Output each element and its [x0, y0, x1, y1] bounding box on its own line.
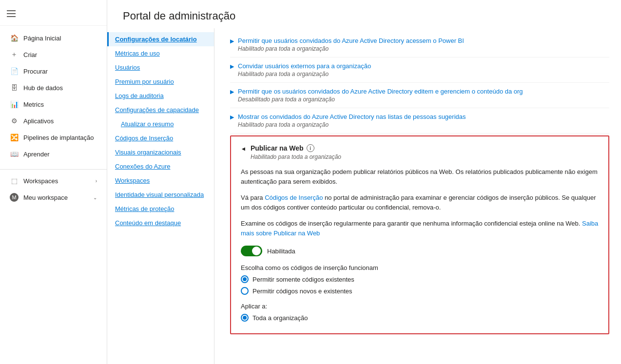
sub-nav-item-users[interactable]: Usuários: [107, 60, 214, 75]
setting-row-show-guest: ▶ Mostrar os convidados do Azure Active …: [230, 108, 609, 134]
publish-web-title: Publicar na Web: [251, 144, 304, 152]
publish-web-subtitle: Habilitado para toda a organização: [251, 153, 341, 160]
page-title: Portal de administração: [123, 10, 605, 22]
sub-nav: Configurações de locatárioMétricas de us…: [107, 28, 214, 364]
workspaces-icon: ⬚: [10, 176, 19, 185]
sub-nav-item-usage-metrics[interactable]: Métricas de uso: [107, 46, 214, 60]
learn-icon: 📖: [10, 150, 19, 158]
my-workspace-icon: M: [10, 193, 19, 202]
publish-web-section: ▼ Publicar na Web i Habilitado para toda…: [230, 135, 609, 334]
enabled-toggle[interactable]: [241, 246, 262, 256]
sub-nav-item-tenant-settings[interactable]: Configurações de locatário: [107, 32, 214, 46]
embed-codes-radio-section: Escolha como os códigos de inserção func…: [241, 264, 599, 295]
sub-nav-item-embed-codes[interactable]: Códigos de Inserção: [107, 131, 214, 145]
publish-web-desc3: Examine os códigos de inserção regularme…: [241, 219, 599, 238]
sub-nav-item-premium-per-user[interactable]: Premium por usuário: [107, 75, 214, 89]
radio-label-whole-org: Toda a organização: [252, 314, 308, 322]
setting-row-allow-guest-edit: ▶ Permitir que os usuários convidados do…: [230, 83, 609, 108]
apply-section: Aplicar a: Toda a organização: [241, 303, 599, 322]
sidebar-item-my-workspace[interactable]: M Meu workspace ⌄: [2, 189, 105, 206]
setting-subtitle-invite-external: Habilitado para toda a organização: [238, 71, 609, 77]
sidebar-top: [0, 0, 107, 26]
radio-existing-only[interactable]: Permitir somente códigos existentes: [241, 275, 599, 283]
radio-new-and-existing[interactable]: Permitir códigos novos e existentes: [241, 287, 599, 295]
toggle-row: Habilitada: [241, 246, 599, 256]
radio-circle-new-and-existing: [241, 287, 249, 295]
main-area: Portal de administração Configurações de…: [107, 0, 621, 364]
sub-nav-item-capacity-settings[interactable]: Configurações de capacidade: [107, 103, 214, 117]
setting-subtitle-allow-guest-azure: Habilitado para toda a organização: [238, 45, 609, 52]
sidebar-item-browse[interactable]: 📄 Procurar: [2, 63, 105, 79]
sub-nav-item-org-visuals[interactable]: Visuais organizacionais: [107, 145, 214, 159]
chevron-down-icon: ⌄: [93, 195, 97, 200]
setting-title-allow-guest-edit[interactable]: Permitir que os usuários convidados do A…: [238, 88, 579, 95]
sub-nav-item-workspaces[interactable]: Workspaces: [107, 173, 214, 188]
sidebar-item-workspaces[interactable]: ⬚ Workspaces ›: [2, 172, 105, 189]
sub-nav-item-custom-branding[interactable]: Identidade visual personalizada: [107, 188, 214, 202]
setting-subtitle-show-guest: Habilitado para toda a organização: [238, 121, 609, 128]
sub-nav-item-protection-metrics[interactable]: Métricas de proteção: [107, 202, 214, 216]
page-header: Portal de administração: [107, 0, 621, 28]
home-icon: 🏠: [10, 34, 19, 42]
expand-arrow-icon-3[interactable]: ▶: [230, 89, 234, 95]
sub-nav-item-update-summary[interactable]: Atualizar o resumo: [107, 117, 214, 131]
sidebar-item-datahub[interactable]: 🗄 Hub de dados: [2, 79, 105, 96]
content-area: Configurações de locatárioMétricas de us…: [107, 28, 621, 364]
sidebar-item-create[interactable]: ＋ Criar: [2, 46, 105, 63]
sidebar-item-apps[interactable]: ⚙ Aplicativos: [2, 113, 105, 129]
apps-icon: ⚙: [10, 116, 19, 125]
create-icon: ＋: [10, 50, 19, 59]
publish-web-desc2: Vá para Códigos de Inserção no portal de…: [241, 193, 599, 212]
pipelines-icon: 🔀: [10, 133, 19, 142]
embed-codes-link[interactable]: Códigos de Inserção: [265, 194, 323, 201]
settings-panel: ▶ Permitir que usuários convidados do Az…: [214, 28, 621, 364]
publish-web-desc1: As pessoas na sua organização podem publ…: [241, 167, 599, 186]
sidebar-item-home[interactable]: 🏠 Página Inicial: [2, 30, 105, 46]
radio-circle-existing-only: [241, 275, 249, 283]
radio-whole-org[interactable]: Toda a organização: [241, 314, 599, 322]
toggle-label: Habilitada: [267, 248, 295, 255]
setting-title-show-guest[interactable]: Mostrar os convidados do Azure Active Di…: [238, 113, 609, 120]
setting-subtitle-allow-guest-edit: Desabilitado para toda a organização: [238, 96, 609, 103]
sidebar-item-pipelines[interactable]: 🔀 Pipelines de implantação: [2, 129, 105, 146]
hamburger-button[interactable]: [4, 6, 19, 21]
radio-label-existing-only: Permitir somente códigos existentes: [252, 276, 354, 283]
embed-codes-section-title: Escolha como os códigos de inserção func…: [241, 264, 599, 271]
info-icon[interactable]: i: [307, 144, 314, 152]
setting-title-allow-guest-azure[interactable]: Permitir que usuários convidados do Azur…: [238, 37, 579, 44]
sidebar-item-learn[interactable]: 📖 Aprender: [2, 146, 105, 162]
setting-title-invite-external[interactable]: Convidar usuários externos para a organi…: [238, 62, 609, 70]
expand-arrow-icon-2[interactable]: ▶: [230, 63, 234, 70]
collapse-arrow-icon[interactable]: ▼: [240, 146, 247, 152]
metrics-icon: 📊: [10, 100, 19, 109]
chevron-right-icon: ›: [96, 178, 97, 184]
setting-row-invite-external: ▶ Convidar usuários externos para a orga…: [230, 57, 609, 83]
sidebar-nav: 🏠 Página Inicial ＋ Criar 📄 Procurar 🗄 Hu…: [0, 26, 107, 166]
sidebar: 🏠 Página Inicial ＋ Criar 📄 Procurar 🗄 Hu…: [0, 0, 107, 364]
apply-title: Aplicar a:: [241, 303, 599, 310]
sidebar-item-metrics[interactable]: 📊 Metrics: [2, 96, 105, 113]
expand-arrow-icon-4[interactable]: ▶: [230, 114, 234, 120]
sub-nav-item-audit-logs[interactable]: Logs de auditoria: [107, 89, 214, 103]
sub-nav-item-azure-connections[interactable]: Conexões do Azure: [107, 159, 214, 173]
radio-circle-whole-org: [241, 314, 249, 322]
radio-label-new-and-existing: Permitir códigos novos e existentes: [252, 287, 352, 295]
expand-arrow-icon[interactable]: ▶: [230, 38, 234, 44]
sub-nav-item-featured-content[interactable]: Conteúdo em destaque: [107, 216, 214, 230]
datahub-icon: 🗄: [10, 83, 19, 92]
setting-row-allow-guest-azure: ▶ Permitir que usuários convidados do Az…: [230, 32, 609, 57]
browse-icon: 📄: [10, 67, 19, 76]
